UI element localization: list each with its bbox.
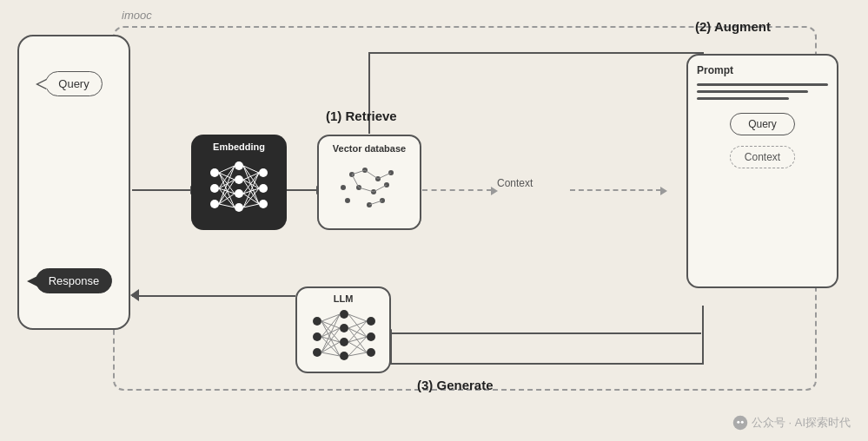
- svg-point-3: [235, 161, 243, 170]
- svg-line-46: [365, 170, 378, 179]
- arrow-right-to-llm: [392, 332, 701, 334]
- svg-point-61: [367, 348, 375, 357]
- llm-box: LLM: [295, 286, 391, 373]
- svg-point-6: [235, 203, 243, 212]
- svg-point-54: [313, 348, 321, 357]
- watermark: 公众号 · AI探索时代: [732, 415, 851, 431]
- scatter-plot-icon: [335, 157, 404, 218]
- prompt-line-3: [697, 97, 789, 100]
- context-label: Context: [497, 177, 533, 189]
- arrow-llm-to-chat: [132, 295, 295, 297]
- context-pill-augment: Context: [730, 146, 795, 168]
- brand-label: imooc: [122, 9, 152, 22]
- svg-point-58: [340, 352, 348, 360]
- chat-box: Query Response: [17, 35, 130, 330]
- arrowhead-llm-response: [130, 289, 139, 301]
- prompt-line-2: [697, 90, 808, 93]
- svg-point-60: [367, 332, 375, 341]
- prompt-label: Prompt: [697, 64, 733, 76]
- augment-section-title: (2) Augment: [695, 19, 771, 34]
- embedding-label: Embedding: [213, 142, 265, 152]
- svg-point-52: [313, 317, 321, 326]
- arrow-h-top-to-augment: [368, 52, 703, 54]
- embedding-box: Embedding: [191, 135, 287, 230]
- svg-point-5: [235, 189, 243, 198]
- svg-line-47: [359, 188, 374, 192]
- svg-line-48: [374, 185, 387, 192]
- svg-point-2: [210, 200, 219, 208]
- svg-line-49: [378, 173, 391, 179]
- response-bubble: Response: [36, 268, 113, 293]
- augment-box: Prompt Query Context: [686, 54, 838, 288]
- svg-line-51: [369, 201, 382, 205]
- svg-point-55: [340, 310, 348, 319]
- dashed-arrow-context-to-augment: [570, 189, 661, 191]
- svg-point-40: [345, 198, 350, 203]
- llm-label: LLM: [334, 293, 354, 304]
- wechat-icon: [732, 415, 748, 431]
- vector-db-label: Vector database: [333, 143, 406, 154]
- svg-point-84: [733, 416, 748, 431]
- svg-point-86: [741, 421, 744, 424]
- generate-section-title: (3) Generate: [417, 378, 494, 392]
- prompt-line-1: [697, 83, 828, 86]
- svg-line-81: [348, 342, 367, 352]
- prompt-lines: [697, 83, 828, 104]
- svg-point-56: [340, 324, 348, 332]
- svg-point-44: [341, 185, 346, 190]
- llm-neural-icon: [307, 306, 381, 368]
- svg-line-50: [352, 174, 359, 188]
- svg-point-8: [259, 184, 268, 193]
- svg-point-59: [367, 317, 375, 326]
- svg-point-0: [210, 168, 219, 177]
- svg-point-7: [259, 168, 268, 177]
- retrieve-section-title: (1) Retrieve: [326, 109, 397, 123]
- svg-point-1: [210, 184, 219, 193]
- svg-line-45: [352, 170, 365, 174]
- arrow-query-to-embedding: [132, 189, 191, 191]
- svg-point-57: [340, 338, 348, 346]
- watermark-text: 公众号 · AI探索时代: [752, 415, 851, 431]
- svg-point-9: [259, 200, 268, 208]
- svg-point-85: [737, 421, 739, 424]
- query-bubble: Query: [45, 71, 102, 96]
- arrow-embedding-to-vectordb: [287, 189, 317, 191]
- dashed-arrow-vectordb-to-context: [422, 189, 492, 191]
- arrow-h-augment-to-llm: [391, 363, 703, 365]
- svg-point-53: [313, 332, 321, 341]
- arrow-v-down-from-augment: [702, 306, 704, 365]
- neural-network-icon: [204, 155, 274, 220]
- vector-db-box: Vector database: [317, 135, 421, 230]
- query-pill-augment: Query: [730, 113, 795, 135]
- svg-point-4: [235, 175, 243, 184]
